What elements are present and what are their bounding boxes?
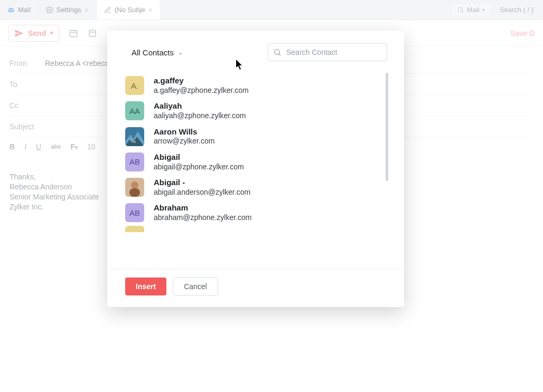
template-icon[interactable] [88, 28, 97, 38]
global-search[interactable]: Search ( / ) [500, 6, 533, 14]
tab-settings[interactable]: Settings × [39, 0, 97, 20]
mail-dropdown[interactable]: Mail ▾ [452, 4, 490, 15]
contact-name: Abigail [154, 152, 244, 162]
search-label: Search [500, 6, 521, 14]
contact-name: Aaliyah [154, 101, 246, 111]
contact-email: arrow@zylker.com [154, 137, 214, 146]
contacts-filter-dropdown[interactable]: All Contacts ⌄ [132, 48, 183, 57]
contact-picker-dialog: All Contacts ⌄ A.a.gaffeya.gaffey@zphone… [107, 31, 404, 307]
avatar-initials: AB [125, 152, 144, 171]
tab-label: (No Subje [115, 6, 145, 14]
contact-row[interactable]: A.a.gaffeya.gaffey@zphone.zylker.com [107, 73, 399, 98]
contact-row[interactable] [107, 226, 399, 232]
svg-rect-4 [89, 30, 96, 36]
search-icon [273, 48, 282, 56]
save-draft-button[interactable]: Save D [510, 29, 535, 37]
svg-rect-0 [8, 7, 14, 12]
contact-search-wrap [268, 43, 387, 61]
avatar-initials [125, 226, 144, 232]
close-icon[interactable]: × [148, 6, 153, 14]
calendar-icon[interactable] [69, 28, 78, 38]
contact-row[interactable]: Abigail -abigail.anderson@zylker.com [107, 175, 399, 200]
font-size-button[interactable]: 10 [87, 142, 96, 151]
from-label: From [10, 59, 39, 68]
contact-row[interactable]: AAAaliyahaaliyah@zphone.zylker.com [107, 98, 399, 123]
contact-name: Abraham [154, 203, 251, 213]
insert-button[interactable]: Insert [125, 278, 166, 295]
chevron-down-icon: ⌄ [178, 49, 183, 56]
tab-mail[interactable]: Mail [0, 0, 39, 20]
search-shortcut: ( / ) [523, 6, 534, 14]
gear-icon [46, 6, 53, 14]
contact-search-input[interactable] [268, 43, 387, 61]
svg-point-5 [275, 50, 279, 54]
contact-email: abigail@zphone.zylker.com [154, 162, 244, 172]
contact-email: aaliyah@zphone.zylker.com [154, 111, 246, 121]
avatar-initials: AA [125, 101, 144, 120]
cancel-button[interactable]: Cancel [173, 278, 218, 295]
mail-dropdown-label: Mail [467, 6, 480, 14]
mail-icon [7, 6, 15, 14]
contact-row[interactable]: ABAbrahamabraham@zphone.zylker.com [107, 200, 399, 225]
edit-icon [104, 6, 111, 14]
svg-rect-3 [70, 30, 77, 36]
send-button[interactable]: Send ▾ [8, 25, 59, 42]
avatar-photo [125, 178, 144, 197]
contact-name: Aaron Wills [154, 127, 214, 137]
chevron-down-icon[interactable]: ▾ [50, 30, 53, 36]
close-icon[interactable]: × [85, 6, 89, 14]
contacts-filter-label: All Contacts [132, 48, 174, 57]
paper-plane-icon [14, 28, 24, 38]
avatar-photo [125, 127, 144, 146]
cc-label: Cc [10, 101, 39, 110]
contact-email: abraham@zphone.zylker.com [154, 213, 251, 223]
tab-label: Settings [57, 6, 81, 14]
to-label: To [10, 80, 39, 89]
svg-point-1 [49, 9, 51, 11]
contact-row[interactable]: ABAbigailabigail@zphone.zylker.com [107, 149, 399, 175]
italic-button[interactable]: I [24, 142, 26, 151]
strikethrough-button[interactable]: abc [51, 143, 61, 150]
send-label: Send [28, 29, 46, 37]
tab-label: Mail [18, 6, 31, 14]
bold-button[interactable]: B [10, 142, 15, 151]
contact-name: Abigail - [154, 178, 250, 188]
font-button[interactable]: F▾ [71, 142, 78, 151]
chevron-down-icon: ▾ [482, 7, 485, 13]
contact-row[interactable]: Aaron Willsarrow@zylker.com [107, 124, 399, 149]
window-tabbar: Mail Settings × (No Subje × Mail ▾ Searc… [0, 0, 543, 20]
contact-name: a.gaffey [154, 76, 249, 86]
contact-email: abigail.anderson@zylker.com [154, 188, 250, 197]
svg-point-9 [134, 140, 136, 142]
svg-rect-12 [129, 188, 140, 197]
avatar-initials: AB [125, 203, 144, 222]
cursor-icon [236, 60, 244, 70]
tab-compose[interactable]: (No Subje × [97, 0, 161, 20]
subject-label: Subject [10, 122, 34, 131]
avatar-initials: A. [125, 76, 144, 95]
contact-email: a.gaffey@zphone.zylker.com [154, 86, 249, 95]
contact-list[interactable]: A.a.gaffeya.gaffey@zphone.zylker.comAAAa… [107, 73, 404, 269]
scrollbar[interactable] [386, 73, 388, 181]
search-icon [457, 6, 464, 14]
underline-button[interactable]: U [36, 142, 41, 151]
svg-point-2 [458, 7, 462, 12]
svg-point-11 [131, 181, 138, 189]
